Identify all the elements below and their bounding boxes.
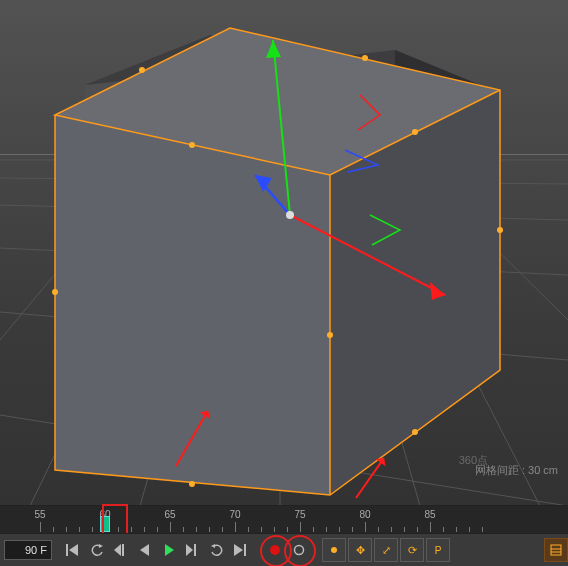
svg-rect-36	[66, 544, 68, 556]
grid-spacing-label: 网格间距 : 30 cm	[475, 463, 558, 478]
keyframe-marker[interactable]	[100, 516, 110, 532]
svg-point-27	[412, 129, 418, 135]
viewport-3d[interactable]: 360点	[0, 0, 568, 506]
go-to-end-button[interactable]	[230, 539, 252, 561]
play-forward-button[interactable]	[158, 539, 180, 561]
ruler-tick-major	[365, 522, 366, 532]
ruler-tick-label: 65	[164, 509, 175, 520]
svg-point-22	[412, 429, 418, 435]
svg-point-35	[286, 211, 294, 219]
svg-marker-43	[186, 544, 193, 556]
ruler-tick-major	[40, 522, 41, 532]
go-to-start-button[interactable]	[62, 539, 84, 561]
svg-marker-41	[140, 544, 149, 556]
svg-point-25	[139, 67, 145, 73]
ruler-tick-label: 85	[424, 509, 435, 520]
svg-marker-42	[165, 544, 174, 556]
svg-rect-44	[194, 544, 196, 556]
current-frame-field[interactable]: 90 F	[4, 540, 52, 560]
ruler-tick-label: 75	[294, 509, 305, 520]
step-back-button[interactable]	[110, 539, 132, 561]
ruler-tick-label: 70	[229, 509, 240, 520]
ruler-tick-label: 55	[34, 509, 45, 520]
undo-button[interactable]	[86, 539, 108, 561]
svg-point-21	[189, 481, 195, 487]
play-back-button[interactable]	[134, 539, 156, 561]
redo-button[interactable]	[206, 539, 228, 561]
svg-marker-39	[114, 544, 121, 556]
svg-point-24	[362, 55, 368, 61]
svg-rect-47	[244, 544, 246, 556]
svg-point-23	[497, 227, 503, 233]
svg-marker-38	[99, 544, 103, 548]
svg-point-49	[295, 546, 304, 555]
dope-sheet-button[interactable]	[544, 538, 568, 562]
svg-marker-46	[234, 544, 243, 556]
ruler-tick-major	[235, 522, 236, 532]
ruler-tick-major	[430, 522, 431, 532]
step-forward-button[interactable]	[182, 539, 204, 561]
ruler-tick-label: 80	[359, 509, 370, 520]
auto-key-button[interactable]	[288, 539, 310, 561]
svg-point-26	[189, 142, 195, 148]
svg-rect-51	[551, 545, 561, 555]
svg-marker-45	[211, 544, 215, 548]
scene-svg	[0, 0, 568, 506]
svg-point-28	[327, 332, 333, 338]
scale-key-button[interactable]: ⤢	[374, 538, 398, 562]
cube-object	[52, 28, 503, 495]
svg-point-50	[331, 547, 337, 553]
ruler-tick-major	[170, 522, 171, 532]
svg-marker-37	[69, 544, 78, 556]
svg-rect-40	[122, 544, 124, 556]
rotation-key-button[interactable]: ⟳	[400, 538, 424, 562]
keyframe-selection-button[interactable]	[322, 538, 346, 562]
ruler-tick-major	[300, 522, 301, 532]
transport-bar: 90 F ✥ ⤢ ⟳ P	[0, 533, 568, 566]
timeline-ruler[interactable]: 55606570758085	[0, 505, 568, 534]
svg-point-48	[270, 545, 280, 555]
svg-point-20	[52, 289, 58, 295]
record-keyframe-button[interactable]	[264, 539, 286, 561]
param-key-button[interactable]: P	[426, 538, 450, 562]
position-key-button[interactable]: ✥	[348, 538, 372, 562]
